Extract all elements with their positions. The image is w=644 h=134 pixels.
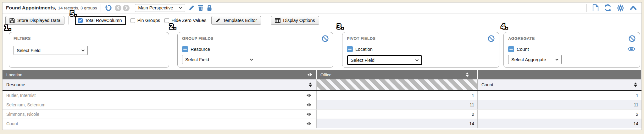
refresh-icon[interactable] (604, 4, 612, 12)
row-label-cell[interactable]: Count (3, 119, 317, 128)
count-column-subheader[interactable]: Count (478, 79, 641, 90)
clear-aggregate-ban-icon[interactable] (629, 35, 636, 42)
chevron-down-icon (81, 49, 85, 52)
undo-icon[interactable] (105, 4, 112, 12)
chevron-down-icon (415, 59, 419, 62)
table-row[interactable]: Selenium, Selenium 11 11 (3, 100, 641, 110)
row-label: Butler, Internist (6, 93, 36, 98)
toolbar: Store Displayed Data Total Row/Column Pi… (3, 14, 641, 27)
office-column-header[interactable]: Office (317, 70, 478, 79)
lock-perspective-icon[interactable] (207, 5, 212, 11)
table-row[interactable]: Butler, Internist 1 1 (3, 91, 641, 100)
row-label-cell[interactable]: Butler, Internist (3, 91, 317, 100)
new-document-icon[interactable] (592, 4, 599, 12)
prev-perspective-button[interactable] (115, 5, 121, 11)
table-row[interactable]: Simmons, Nicole 2 2 (3, 110, 641, 119)
hatched-placeholder-cell (317, 79, 478, 90)
move-row-icon[interactable] (307, 122, 311, 125)
checkbox-label: Hide Zero Values (171, 18, 206, 23)
move-column-icon[interactable] (308, 73, 312, 76)
group-fields-panel-header: GROUP FIELDS (182, 35, 329, 43)
panel-title: FILTERS (14, 36, 31, 41)
next-perspective-button[interactable] (123, 5, 130, 11)
top-right-actions (586, 4, 641, 12)
select-value: Select Field (351, 58, 375, 63)
pivot-fields-panel: PIVOT FIELDS Location Select Field (342, 32, 499, 68)
resource-row-header[interactable]: Resource (3, 79, 317, 90)
top-bar: Found Appointments, 14 records, 3 groups… (3, 3, 641, 13)
row-header-label: Resource (6, 82, 25, 87)
table-row-total[interactable]: Count 14 14 (3, 119, 641, 128)
column-header-label: Office (320, 72, 331, 77)
move-row-icon[interactable] (307, 94, 311, 97)
edit-perspective-icon[interactable] (188, 5, 195, 11)
office-value-cell: 2 (317, 110, 478, 119)
checkbox-unchecked-icon (164, 18, 169, 23)
panel-title: PIVOT FIELDS (347, 36, 375, 41)
office-value-cell: 14 (317, 119, 478, 128)
remove-field-minus-button[interactable] (182, 46, 188, 52)
column-subheader-label: Count (481, 82, 493, 87)
count-value-cell: 2 (478, 110, 641, 119)
select-value: Select Field (17, 48, 41, 53)
delete-perspective-icon[interactable] (198, 5, 203, 11)
perspective-select[interactable]: Main Perspective (135, 4, 185, 12)
filters-field-select[interactable]: Select Field (14, 46, 88, 55)
annotation-highlight-box: Total Row/Column (75, 16, 126, 25)
empty-column-header (478, 70, 641, 79)
location-column-header[interactable]: Location (3, 70, 317, 79)
settings-gear-icon[interactable] (617, 4, 624, 12)
pivot-fields-panel-header: PIVOT FIELDS (347, 35, 495, 43)
checkbox-label: Pin Groups (137, 18, 160, 23)
row-label: Selenium, Selenium (6, 102, 46, 107)
divider (266, 16, 266, 24)
checkbox-checked-icon (78, 18, 83, 23)
pivot-field-select-highlighted[interactable]: Select Field (347, 55, 422, 65)
count-value-cell: 11 (478, 100, 641, 109)
display-options-button[interactable]: Display Options (271, 16, 319, 25)
pivot-field-chip-label: Location (355, 47, 373, 52)
aggregate-panel-header: AGGREGATE (508, 35, 636, 43)
divider (101, 4, 101, 12)
sort-column-icon[interactable] (634, 83, 637, 87)
count-value-cell: 1 (478, 91, 641, 100)
display-options-label: Display Options (283, 18, 315, 23)
chevron-down-icon (179, 7, 182, 9)
sort-rows-icon[interactable] (309, 83, 312, 87)
clear-pivot-fields-ban-icon[interactable] (488, 35, 495, 42)
templates-editor-button[interactable]: Templates Editor (211, 16, 261, 25)
app-window: Found Appointments, 14 records, 3 groups… (2, 2, 642, 130)
group-field-chip-row: Resource (182, 46, 329, 52)
total-row-column-checkbox[interactable]: Total Row/Column (78, 18, 122, 23)
perspective-select-value: Main Perspective (138, 5, 173, 10)
select-value: Select Field (185, 57, 209, 62)
clear-group-fields-ban-icon[interactable] (322, 35, 329, 42)
remove-field-minus-button[interactable] (347, 46, 353, 52)
sort-column-icon[interactable] (466, 72, 469, 77)
record-count-text: 14 records, 3 groups (58, 6, 97, 10)
row-label: Simmons, Nicole (6, 112, 39, 117)
pencil-icon (215, 18, 220, 23)
remove-field-minus-button[interactable] (508, 46, 514, 52)
pivot-table: Location Office Resource Count (3, 70, 641, 128)
select-value: Select Aggregate (511, 57, 546, 62)
group-field-select[interactable]: Select Field (182, 55, 256, 64)
templates-editor-label: Templates Editor (223, 18, 257, 23)
office-value-cell: 11 (317, 100, 478, 109)
move-row-icon[interactable] (307, 113, 311, 116)
aggregate-select[interactable]: Select Aggregate (508, 55, 562, 64)
column-header-label: Location (6, 72, 22, 77)
pin-groups-checkbox[interactable]: Pin Groups (130, 18, 160, 23)
store-displayed-data-button[interactable]: Store Displayed Data (5, 16, 64, 25)
panel-title: GROUP FIELDS (182, 36, 214, 41)
aggregate-chip-label: Count (517, 47, 529, 52)
visibility-eye-icon[interactable] (627, 46, 636, 52)
row-label-cell[interactable]: Simmons, Nicole (3, 110, 317, 119)
hide-zero-values-checkbox[interactable]: Hide Zero Values (164, 18, 206, 23)
move-row-icon[interactable] (307, 103, 311, 106)
filters-panel: FILTERS Select Field (9, 32, 169, 68)
row-label-cell[interactable]: Selenium, Selenium (3, 100, 317, 109)
count-value-cell: 14 (478, 119, 641, 128)
aggregate-panel: AGGREGATE Count Select Aggregate (503, 32, 640, 68)
collapse-chevron-up-icon[interactable] (630, 5, 637, 11)
